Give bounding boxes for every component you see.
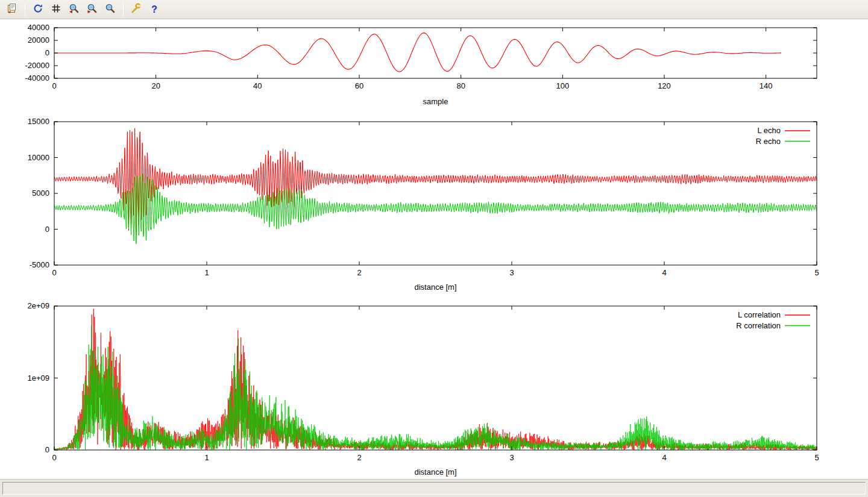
- x-tick-label: 0: [52, 453, 56, 462]
- copy-to-clipboard-button[interactable]: [4, 2, 20, 17]
- ticks: [54, 306, 817, 450]
- y-tick-label: 5000: [32, 189, 49, 198]
- x-tick-label: 120: [658, 81, 671, 90]
- toolbar: ?: [0, 0, 868, 19]
- x-tick-label: 140: [760, 81, 773, 90]
- chart-correlation: 0123452e+091e+090distance [m]L correlati…: [27, 301, 819, 477]
- status-field: [2, 482, 866, 495]
- legend-label: R correlation: [736, 321, 781, 330]
- legend-label: R echo: [756, 137, 781, 146]
- y-tick-label: 0: [45, 445, 49, 454]
- x-tick-label: 20: [151, 81, 160, 90]
- chart-echo: 012345150001000050000-5000distance [m]L …: [28, 117, 819, 292]
- x-tick-label: 100: [556, 81, 569, 90]
- y-tick-label: 15000: [28, 117, 49, 126]
- x-tick-label: 60: [355, 81, 363, 90]
- legend-label: L correlation: [738, 310, 781, 319]
- chart-pulse: 02040608010012014040000200000-20000-4000…: [25, 23, 817, 106]
- x-tick-label: 3: [509, 268, 514, 277]
- x-tick-label: 80: [456, 81, 465, 90]
- y-tick-label: -20000: [25, 61, 49, 70]
- toolbar-separator: [123, 4, 124, 16]
- x-tick-label: 4: [662, 268, 666, 277]
- y-tick-label: 10000: [28, 153, 49, 162]
- x-tick-label: 2: [357, 453, 361, 462]
- toolbar-separator: [25, 4, 25, 16]
- y-tick-label: 0: [45, 48, 49, 57]
- magnifier-icon: [105, 3, 116, 16]
- x-tick-label: 3: [509, 453, 514, 462]
- y-tick-label: 2e+09: [27, 301, 49, 310]
- x-axis-label: distance [m]: [414, 467, 456, 477]
- magnifier-right-icon: [87, 3, 98, 16]
- x-tick-label: 40: [253, 81, 262, 90]
- magnifier-left-icon: [69, 3, 80, 16]
- configure-button[interactable]: [128, 2, 145, 17]
- series-pulse: [54, 33, 781, 72]
- x-tick-label: 1: [204, 453, 209, 462]
- toggle-grid-button[interactable]: [48, 2, 64, 17]
- help-button[interactable]: ?: [146, 2, 163, 17]
- x-axis-label: distance [m]: [414, 283, 456, 292]
- plot-canvas[interactable]: 02040608010012014040000200000-20000-4000…: [0, 19, 868, 479]
- refresh-icon: [33, 3, 43, 16]
- x-tick-label: 0: [52, 81, 56, 90]
- series-l-correlation: [54, 309, 817, 450]
- replot-button[interactable]: [30, 2, 46, 17]
- y-tick-label: -5000: [30, 260, 49, 269]
- y-tick-label: 0: [45, 225, 49, 234]
- x-tick-label: 0: [52, 268, 56, 277]
- zoom-next-button[interactable]: [84, 2, 101, 17]
- status-bar: [0, 479, 868, 497]
- x-tick-label: 5: [814, 268, 819, 277]
- ticks: [54, 122, 817, 265]
- gnuplot-window: ? 02040608010012014040000200000-20000-40…: [0, 0, 868, 497]
- y-tick-label: 40000: [28, 23, 49, 32]
- legend-label: L echo: [757, 126, 781, 135]
- zoom-previous-button[interactable]: [66, 2, 83, 17]
- grid-icon: [51, 3, 61, 16]
- plot-border: [54, 306, 817, 450]
- y-tick-label: 20000: [28, 36, 49, 45]
- clipboard-icon: [7, 3, 17, 16]
- y-tick-label: 1e+09: [27, 374, 49, 383]
- autoscale-button[interactable]: [102, 2, 119, 17]
- plot-border: [54, 122, 817, 265]
- wrench-icon: [131, 3, 142, 16]
- question-mark-icon: ?: [151, 4, 157, 15]
- x-axis-label: sample: [423, 97, 448, 106]
- x-tick-label: 2: [357, 268, 361, 277]
- y-tick-label: -40000: [25, 73, 49, 83]
- series-l-echo: [54, 128, 817, 235]
- x-tick-label: 5: [814, 453, 819, 462]
- plots-svg: 02040608010012014040000200000-20000-4000…: [0, 19, 868, 479]
- x-tick-label: 1: [204, 268, 209, 277]
- x-tick-label: 4: [662, 453, 666, 462]
